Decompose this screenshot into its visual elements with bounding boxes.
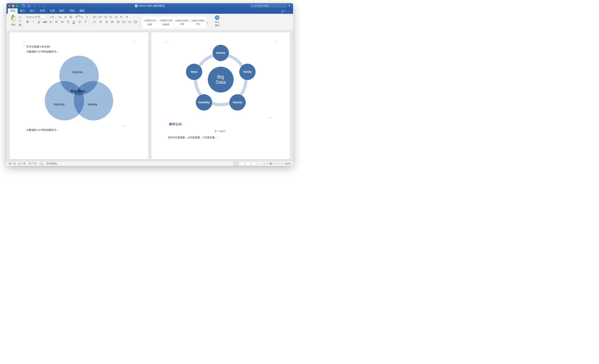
font-name-combo[interactable]: SimSun (中文…▾: [25, 15, 48, 19]
svg-point-7: [282, 10, 282, 11]
line-spacing-icon[interactable]: ▾: [121, 20, 126, 24]
grow-font-icon[interactable]: A▴: [58, 15, 63, 19]
styles-more-icon[interactable]: ▸: [206, 21, 209, 24]
status-language[interactable]: 英语(美国): [46, 162, 57, 165]
paragraph-group: ▾ 123▾ ▾ A↓ ¶ ▾ ▾ ▾: [91, 14, 140, 30]
phonetic-guide-icon[interactable]: abc: [79, 15, 84, 19]
change-case-icon[interactable]: A͊▾: [69, 15, 73, 19]
page-1[interactable]: 学术文稿最小化示例↵ 大数据的 3V 特性如图所示↵ Volume Veloci…: [9, 32, 148, 159]
zoom-slider[interactable]: [262, 163, 279, 164]
show-marks-icon[interactable]: ¶: [124, 15, 129, 19]
borders-icon[interactable]: ▾: [133, 20, 138, 24]
styles-pane-icon[interactable]: ✦: [215, 15, 220, 20]
venn-diagram[interactable]: Volume Velocity Variety Big data: [44, 55, 113, 124]
feedback-dropdown[interactable]: ▾: [285, 10, 286, 12]
tab-design[interactable]: 设计: [27, 8, 37, 14]
status-bar: 第 1 页，共 2 页 56 个字 英语(美国) − + 100%: [7, 161, 293, 166]
margin-corner: [273, 41, 276, 44]
feedback-icon[interactable]: [281, 9, 284, 13]
shrink-font-icon[interactable]: A▾: [63, 15, 68, 19]
style-heading[interactable]: AaBbCcD标题: [141, 16, 158, 29]
quick-access-toolbar: ▾: [22, 4, 46, 7]
multilevel-list-icon[interactable]: ▾: [103, 15, 108, 19]
text-effects-icon[interactable]: A▾: [60, 20, 65, 24]
tab-mailings[interactable]: 邮件: [57, 8, 67, 14]
highlight-icon[interactable]: ✎▾: [66, 20, 71, 24]
zoom-level[interactable]: 100%: [285, 162, 291, 165]
sort-icon[interactable]: A↓: [119, 15, 124, 19]
zoom-out-icon[interactable]: −: [258, 162, 261, 165]
undo-icon[interactable]: [33, 4, 35, 7]
underline-button[interactable]: U▾: [36, 20, 42, 24]
tab-insert[interactable]: 插入: [18, 8, 27, 14]
collapse-ribbon-icon[interactable]: ︿: [288, 9, 291, 13]
view-outline[interactable]: [246, 162, 250, 165]
char-border-icon[interactable]: A: [85, 15, 89, 19]
numbering-icon[interactable]: 123▾: [98, 15, 102, 19]
style-subtitle[interactable]: AaBbCcDd副标题: [158, 16, 174, 29]
spellcheck-icon[interactable]: [40, 162, 43, 165]
char-shading-icon[interactable]: A: [77, 20, 82, 24]
clear-format-icon[interactable]: A⌫: [74, 15, 79, 19]
status-word-count[interactable]: 56 个字: [29, 162, 36, 165]
copy-icon[interactable]: [18, 20, 22, 23]
decrease-indent-icon[interactable]: [108, 15, 113, 19]
increase-indent-icon[interactable]: [114, 15, 119, 19]
paste-dropdown[interactable]: ▾: [13, 21, 14, 23]
italic-button[interactable]: I: [31, 20, 36, 24]
redo-icon[interactable]: [43, 4, 46, 7]
view-print-layout[interactable]: [234, 162, 238, 165]
cycle-hub: Big Data: [208, 67, 234, 93]
tab-layout[interactable]: 布局: [37, 8, 47, 14]
cycle-node: Velocity: [229, 94, 246, 111]
para-mark-icon: ↵: [123, 125, 125, 127]
tab-home[interactable]: 开始: [8, 8, 18, 14]
tab-view[interactable]: 视图: [77, 8, 87, 14]
minimize-window[interactable]: [12, 5, 14, 7]
align-right-icon[interactable]: [104, 20, 109, 24]
format-painter-icon[interactable]: [18, 24, 22, 27]
para-mark-icon: ↵: [225, 130, 226, 132]
bullets-icon[interactable]: ▾: [92, 15, 97, 19]
zoom-window[interactable]: [16, 5, 18, 7]
cycle-node: Variety: [239, 64, 255, 80]
status-page[interactable]: 第 1 页，共 2 页: [9, 162, 26, 165]
view-draft[interactable]: [252, 162, 256, 165]
align-center-icon[interactable]: [98, 20, 103, 24]
font-color-icon[interactable]: A▾: [71, 20, 77, 24]
share-icon[interactable]: [288, 4, 291, 7]
distribute-icon[interactable]: [115, 20, 121, 24]
save-icon[interactable]: [27, 4, 30, 7]
cut-icon[interactable]: [18, 15, 22, 18]
superscript-button[interactable]: X2: [54, 20, 59, 24]
view-web-layout[interactable]: [240, 162, 244, 165]
paste-label: 粘贴: [11, 23, 16, 26]
bold-button[interactable]: B: [25, 20, 30, 24]
close-window[interactable]: [8, 5, 10, 7]
strikethrough-button[interactable]: abc: [42, 20, 48, 24]
document-area[interactable]: 学术文稿最小化示例↵ 大数据的 3V 特性如图所示↵ Volume Veloci…: [7, 31, 293, 161]
body-text: 大数据的 3V 特性如图所示: [26, 50, 56, 53]
tab-references[interactable]: 引用: [47, 8, 57, 14]
zoom-in-icon[interactable]: +: [281, 162, 284, 165]
undo-dropdown[interactable]: ▾: [38, 4, 41, 7]
ribbon-tabs: 开始 插入 设计 布局 引用 邮件 审阅 视图 ▾ ︿: [7, 9, 293, 14]
shading-icon[interactable]: ▾: [127, 20, 132, 24]
tab-review[interactable]: 审阅: [67, 8, 77, 14]
subscript-button[interactable]: X2: [48, 20, 53, 24]
style-date[interactable]: AaBbCcDdEe日期: [174, 16, 190, 29]
paste-icon[interactable]: [10, 15, 16, 21]
search-input[interactable]: 在文档中搜索: [250, 4, 287, 8]
search-placeholder: 在文档中搜索: [255, 4, 269, 8]
align-left-icon[interactable]: [92, 20, 97, 24]
styles-group: AaBbCcD标题 AaBbCcDd副标题 AaBbCcDdEe日期 AaBbC…: [140, 14, 211, 30]
justify-icon[interactable]: [110, 20, 115, 24]
font-size-combo[interactable]: 小四▾: [48, 15, 57, 19]
body-text: 大数据的 5V 特性如图所示: [26, 129, 56, 131]
style-bibliography[interactable]: AaBbCcDdEe书目: [190, 16, 206, 29]
body-text: 其中E代表能量，m代表质量，C代表光速。: [168, 136, 217, 139]
page-2[interactable]: Big Data Volume Variety Velocity Variabl…: [151, 32, 290, 159]
cycle-diagram[interactable]: Big Data Volume Variety Velocity Variabl…: [184, 43, 257, 116]
enclose-char-icon[interactable]: 字: [83, 20, 88, 24]
autosave-icon[interactable]: [22, 4, 25, 7]
